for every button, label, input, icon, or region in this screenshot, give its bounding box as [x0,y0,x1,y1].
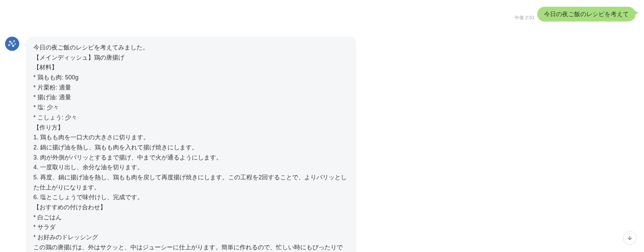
bot-message-line: 3. 肉が外側がパリッとするまで揚げ、中まで火が通るようにします。 [33,153,349,163]
bot-message-line: 今日の夜ご飯のレシピを考えてみました。 [33,43,349,53]
bot-message-line: 【メインディッシュ】鶏の唐揚げ [33,53,349,63]
bot-avatar-icon [5,37,19,51]
bot-message-line: * 鶏もも肉: 500g [33,73,349,83]
user-message-bubble[interactable]: 今日の夜ご飯のレシピを考えて [537,7,636,22]
bot-message-line: 6. 塩とこしょうで味付けし、完成です。 [33,192,349,203]
bot-message-line: * 片栗粉: 適量 [33,83,349,93]
bot-message-line: この鶏の唐揚げは、外はサクッと、中はジューシーに仕上がります。簡単に作れるので、… [33,243,349,252]
bot-message-line: * サラダ [33,222,349,232]
bot-message-line: * 塩: 少々 [33,103,349,113]
user-message-text: 今日の夜ご飯のレシピを考えて [544,11,629,17]
bot-message-line: * お好みのドレッシング [33,232,349,243]
svg-point-5 [14,43,16,45]
bot-message-row: 今日の夜ご飯のレシピを考えてみました。【メインディッシュ】鶏の唐揚げ【材料】* … [5,37,639,252]
bot-message-line: 【材料】 [33,63,349,73]
bot-message-line: * こしょう: 少々 [33,113,349,123]
arrow-down-icon [627,235,633,241]
user-message-row: 午後 2:51 今日の夜ご飯のレシピを考えて [5,7,639,22]
bot-message-line: 5. 再度、鍋に揚げ油を熱し、鶏もも肉を戻して再度揚げ焼きにします。この工程を2… [33,173,349,192]
user-timestamp: 午後 2:51 [515,15,534,22]
bot-message-line: 【おすすめの付け合わせ】 [33,203,349,213]
chat-container: 午後 2:51 今日の夜ご飯のレシピを考えて 今日の夜ご飯のレシピを考えてみまし… [0,0,644,252]
scroll-down-button[interactable] [623,231,637,245]
bot-message-line: 4. 一度取り出し、余分な油を切ります。 [33,163,349,173]
bot-message-line: 2. 鍋に揚げ油を熱し、鶏もも肉を入れて揚げ焼きにします。 [33,143,349,153]
bot-message-line: * 白ごはん [33,213,349,223]
bot-content-wrapper: 今日の夜ご飯のレシピを考えてみました。【メインディッシュ】鶏の唐揚げ【材料】* … [26,37,379,252]
bot-message-line: 【作り方】 [33,123,349,133]
bot-message-line: 1. 鶏もも肉を一口大の大きさに切ります。 [33,133,349,143]
bot-message-bubble[interactable]: 今日の夜ご飯のレシピを考えてみました。【メインディッシュ】鶏の唐揚げ【材料】* … [26,37,356,252]
bot-avatar[interactable] [5,37,19,51]
bot-message-line: * 揚げ油: 適量 [33,93,349,103]
